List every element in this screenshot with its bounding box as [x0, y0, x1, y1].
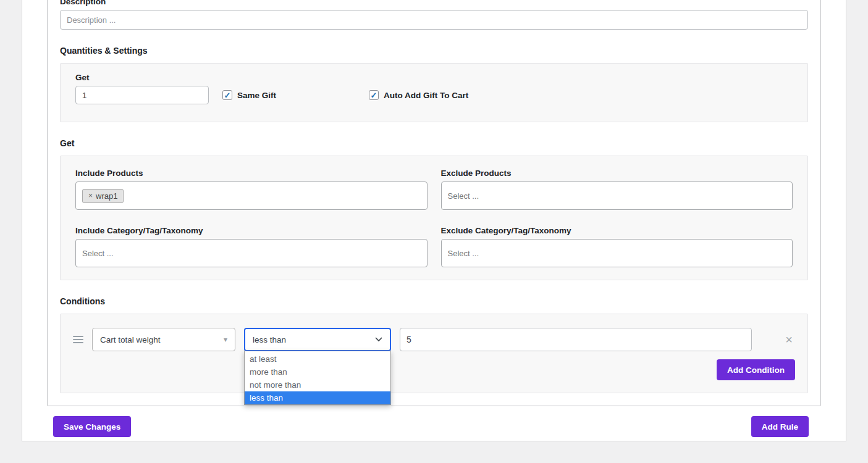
condition-operator-value: less than: [253, 335, 286, 344]
get-quantity-input[interactable]: [75, 86, 209, 104]
dropdown-option[interactable]: more than: [245, 365, 390, 378]
exclude-products-label: Exclude Products: [441, 169, 793, 178]
operator-dropdown: at least more than not more than less th…: [244, 351, 391, 405]
get-panel: Include Products × wrap1 Exclude Product…: [60, 156, 808, 280]
add-rule-button[interactable]: Add Rule: [751, 416, 809, 437]
exclude-products-select[interactable]: Select ...: [441, 181, 793, 210]
condition-operator-select[interactable]: less than at least more than not more th…: [244, 328, 391, 351]
rule-card: Description Quantities & Settings Get ✓ …: [22, 0, 846, 441]
condition-value-input[interactable]: [400, 328, 752, 351]
include-taxonomy-select[interactable]: Select ...: [75, 239, 428, 267]
exclude-taxonomy-label: Exclude Category/Tag/Taxonomy: [441, 226, 793, 235]
footer-actions: Save Changes Add Rule: [47, 406, 821, 437]
same-gift-checkbox-checked-icon[interactable]: ✓: [222, 90, 232, 100]
condition-type-value: Cart total weight: [100, 335, 161, 344]
quantity-row: ✓ Same Gift ✓ Auto Add Gift To Cart: [75, 86, 793, 104]
remove-condition-icon[interactable]: ×: [783, 333, 795, 346]
exclude-taxonomy-field: Exclude Category/Tag/Taxonomy Select ...: [441, 226, 793, 267]
include-products-select[interactable]: × wrap1: [75, 181, 428, 210]
product-tag-label: wrap1: [96, 191, 117, 201]
tag-remove-icon[interactable]: ×: [88, 192, 93, 199]
include-products-field: Include Products × wrap1: [75, 169, 428, 210]
exclude-taxonomy-select[interactable]: Select ...: [441, 239, 793, 267]
conditions-heading: Conditions: [60, 296, 808, 306]
save-changes-button[interactable]: Save Changes: [53, 416, 131, 437]
auto-add-checkbox-checked-icon[interactable]: ✓: [369, 90, 379, 100]
same-gift-checkbox-group[interactable]: ✓ Same Gift: [222, 90, 276, 100]
conditions-panel: Cart total weight ▾ less than at least m…: [60, 314, 808, 393]
auto-add-label: Auto Add Gift To Cart: [384, 91, 468, 100]
description-label: Description: [60, 0, 808, 6]
exclude-products-placeholder: Select ...: [448, 191, 479, 201]
dropdown-option[interactable]: not more than: [245, 378, 390, 391]
exclude-products-field: Exclude Products Select ...: [441, 169, 793, 210]
caret-down-icon: ▾: [224, 335, 227, 344]
dropdown-option-selected[interactable]: less than: [245, 391, 390, 404]
rule-form-container: Description Quantities & Settings Get ✓ …: [47, 0, 821, 406]
quantities-settings-heading: Quantities & Settings: [60, 46, 808, 56]
include-taxonomy-placeholder: Select ...: [82, 249, 114, 258]
product-tag-chip: × wrap1: [82, 189, 124, 203]
condition-type-select[interactable]: Cart total weight ▾: [92, 328, 235, 351]
chevron-down-icon: [375, 337, 382, 342]
description-input[interactable]: [60, 10, 808, 30]
auto-add-checkbox-group[interactable]: ✓ Auto Add Gift To Cart: [369, 90, 468, 100]
include-taxonomy-field: Include Category/Tag/Taxonomy Select ...: [75, 226, 428, 267]
get-quantity-label: Get: [75, 73, 793, 82]
quantities-panel: Get ✓ Same Gift ✓ Auto Add Gift To Cart: [60, 63, 808, 122]
dropdown-option[interactable]: at least: [245, 352, 390, 365]
add-condition-row: Add Condition: [73, 359, 795, 380]
include-products-label: Include Products: [75, 169, 428, 178]
same-gift-label: Same Gift: [237, 91, 276, 100]
get-section-heading: Get: [60, 138, 808, 148]
condition-row: Cart total weight ▾ less than at least m…: [73, 328, 795, 351]
drag-handle-icon[interactable]: [73, 335, 83, 344]
exclude-taxonomy-placeholder: Select ...: [448, 249, 479, 258]
include-taxonomy-label: Include Category/Tag/Taxonomy: [75, 226, 428, 235]
add-condition-button[interactable]: Add Condition: [717, 359, 795, 380]
